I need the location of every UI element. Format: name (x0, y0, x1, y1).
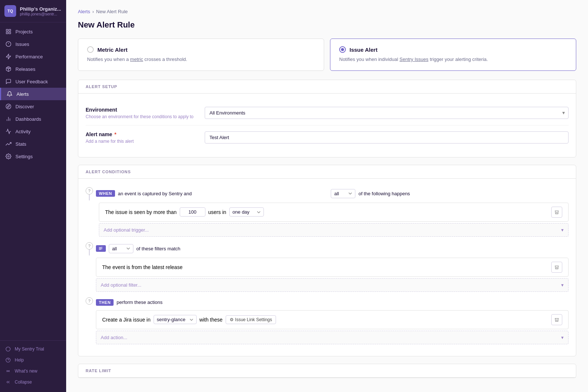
sidebar-footer: My Sentry Trial Help What's new Collapse (0, 340, 66, 392)
environment-label: Environment (86, 107, 196, 113)
delete-action-button[interactable] (551, 314, 562, 325)
then-suffix-text: perform these actions (116, 300, 569, 305)
gear-icon: ⚙ (230, 317, 234, 322)
alert-setup-section: ALERT SETUP Environment Choose an enviro… (78, 80, 576, 157)
svg-marker-11 (7, 105, 10, 108)
footer-item-label: Help (15, 357, 24, 363)
svg-rect-3 (9, 32, 11, 34)
sidebar-item-performance[interactable]: Performance (0, 50, 66, 63)
star-icon (5, 346, 11, 352)
alert-conditions-section: ALERT CONDITIONS ? WHEN an event is capt… (78, 165, 576, 356)
sidebar-item-issues[interactable]: Issues (0, 38, 66, 50)
sidebar-item-help[interactable]: Help (0, 355, 66, 366)
trigger-mid: users in (208, 209, 226, 215)
activity-icon (5, 128, 12, 135)
issue-link-settings-label: Issue Link Settings (235, 317, 272, 322)
svg-point-15 (8, 156, 9, 157)
add-filter-dropdown[interactable]: Add optional filter... ▾ (96, 278, 569, 292)
sidebar-nav: Projects Issues Performance Releases Use… (0, 22, 66, 340)
sidebar-item-activity[interactable]: Activity (0, 125, 66, 138)
metric-alert-radio (87, 46, 94, 53)
issue-alert-card[interactable]: Issue Alert Notifies you when individual… (330, 39, 576, 71)
sidebar-item-label: User Feedback (15, 79, 48, 84)
then-badge: THEN (96, 299, 114, 306)
metric-alert-title: Metric Alert (97, 47, 128, 53)
svg-point-17 (6, 358, 10, 362)
sidebar-item-discover[interactable]: Discover (0, 100, 66, 113)
jira-project-select[interactable]: sentry-glance sentry-main (154, 315, 197, 324)
environment-label-col: Environment Choose an environment for th… (86, 107, 196, 119)
alert-setup-body: Environment Choose an environment for th… (78, 94, 576, 157)
grid-icon (5, 28, 12, 35)
issue-link-settings-button[interactable]: ⚙ Issue Link Settings (226, 315, 276, 324)
issue-alert-radio (339, 46, 346, 53)
zap-icon (5, 53, 12, 60)
trending-up-icon (5, 141, 12, 147)
alert-name-control (205, 131, 569, 144)
svg-point-10 (6, 104, 11, 109)
delete-filter-button[interactable] (551, 262, 562, 273)
sidebar-item-whats-new[interactable]: What's new (0, 366, 66, 377)
trigger-period-select[interactable]: one day one hour one week (229, 207, 264, 217)
svg-rect-1 (9, 29, 11, 31)
environment-sublabel: Choose an environment for these conditio… (86, 114, 196, 119)
sidebar-item-releases[interactable]: Releases (0, 63, 66, 75)
environment-select[interactable]: All Environments Production Staging (205, 107, 569, 119)
org-info: Phillip's Organiz... phillip.jones@sentr… (20, 6, 61, 16)
bar-chart-icon (5, 116, 12, 122)
sidebar-item-collapse[interactable]: Collapse (0, 377, 66, 388)
when-badge: WHEN (96, 190, 115, 197)
sidebar-item-dashboards[interactable]: Dashboards (0, 113, 66, 125)
sidebar-item-alerts[interactable]: Alerts (0, 88, 66, 100)
alert-name-input[interactable] (205, 131, 569, 144)
action-row: Create a Jira issue in sentry-glance sen… (96, 310, 569, 329)
filter-text: The event is from the latest release (102, 264, 183, 270)
if-badge: IF (96, 245, 106, 252)
sidebar-item-my-sentry-trial[interactable]: My Sentry Trial (0, 344, 66, 355)
if-all-select[interactable]: all any none (109, 244, 133, 253)
svg-marker-7 (6, 54, 11, 59)
action-mid: with these (200, 317, 223, 323)
svg-line-8 (7, 67, 10, 68)
svg-rect-2 (6, 32, 8, 34)
when-all-select[interactable]: all any none (331, 189, 355, 198)
if-help-icon[interactable]: ? (86, 242, 93, 250)
message-square-icon (5, 78, 12, 85)
metric-alert-card[interactable]: Metric Alert Notifies you when a metric … (78, 39, 324, 71)
sidebar-item-user-feedback[interactable]: User Feedback (0, 75, 66, 88)
alert-circle-icon (5, 41, 12, 47)
trigger-count-input[interactable] (180, 207, 205, 217)
when-help-icon[interactable]: ? (86, 187, 93, 195)
environment-select-wrapper: All Environments Production Staging ▾ (205, 107, 569, 119)
delete-trigger-button[interactable] (551, 207, 562, 218)
sidebar-item-stats[interactable]: Stats (0, 138, 66, 150)
radio-icon (5, 368, 11, 374)
trigger-prefix: The issue is seen by more than (105, 209, 177, 215)
if-suffix-text: of these filters match (136, 246, 569, 251)
sidebar-item-settings[interactable]: Settings (0, 150, 66, 163)
breadcrumb-current: New Alert Rule (96, 9, 128, 14)
sidebar-item-label: Releases (15, 66, 35, 72)
add-action-dropdown[interactable]: Add action... ▾ (96, 331, 569, 344)
environment-row: Environment Choose an environment for th… (86, 101, 569, 126)
sidebar-item-label: Alerts (17, 91, 29, 97)
compass-icon (5, 103, 12, 110)
sidebar-item-projects[interactable]: Projects (0, 25, 66, 38)
page-title: New Alert Rule (78, 20, 576, 30)
add-trigger-dropdown[interactable]: Add optional trigger... ▾ (99, 223, 569, 237)
alert-name-label-col: Alert name * Add a name for this alert (86, 131, 196, 144)
alert-name-row: Alert name * Add a name for this alert (86, 126, 569, 150)
breadcrumb-separator: › (92, 9, 94, 14)
alert-conditions-header: ALERT CONDITIONS (78, 165, 576, 179)
chevrons-left-icon (5, 379, 11, 385)
help-circle-icon (5, 357, 11, 363)
org-header[interactable]: TQ Phillip's Organiz... phillip.jones@se… (0, 0, 66, 22)
settings-icon (5, 153, 12, 160)
jira-project-wrapper: sentry-glance sentry-main (154, 315, 197, 324)
breadcrumb-parent[interactable]: Alerts (78, 9, 90, 14)
sidebar-item-label: Projects (15, 29, 33, 35)
metric-alert-header: Metric Alert (87, 46, 315, 53)
svg-point-16 (6, 347, 10, 351)
then-help-icon[interactable]: ? (86, 297, 93, 305)
trigger-row: The issue is seen by more than users in … (99, 203, 569, 222)
